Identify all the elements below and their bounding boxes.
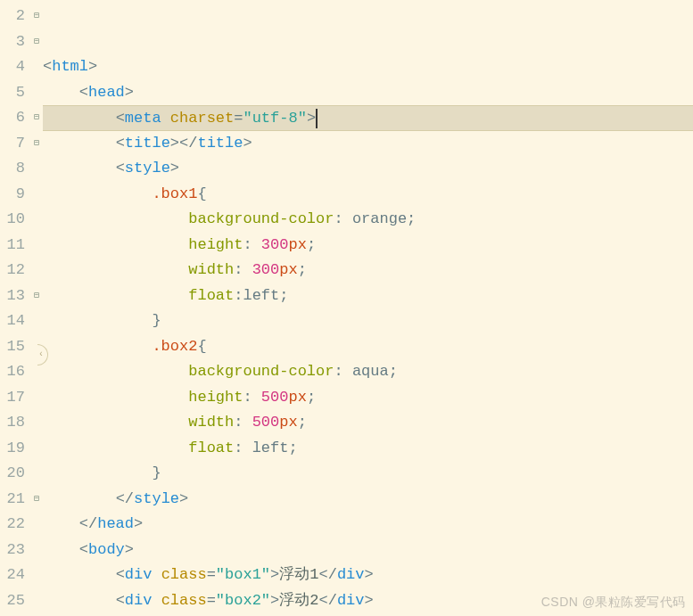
- code-area[interactable]: ‹ <html> <head> <meta charset="utf-8"> <…: [43, 0, 693, 616]
- line-number: 5: [0, 80, 25, 106]
- fold-toggle-icon[interactable]: ⊟: [30, 487, 43, 513]
- fold-toggle-icon[interactable]: ⊟: [30, 4, 43, 29]
- text-caret: [316, 109, 318, 128]
- code-line[interactable]: </head>: [43, 512, 693, 538]
- code-editor[interactable]: 2345678910111213141516171819202122232425…: [0, 0, 693, 616]
- code-line[interactable]: float: left;: [43, 436, 693, 462]
- line-number: 19: [0, 436, 25, 462]
- code-line[interactable]: <style>: [43, 156, 693, 182]
- code-line[interactable]: <title></title>: [43, 131, 693, 157]
- code-line[interactable]: }: [43, 308, 693, 334]
- code-line[interactable]: height: 300px;: [43, 233, 693, 259]
- code-line[interactable]: </style>: [43, 487, 693, 513]
- fold-toggle-icon[interactable]: ⊟: [30, 29, 43, 55]
- line-number: 25: [0, 588, 25, 614]
- line-number: 3: [0, 29, 25, 55]
- line-number: 12: [0, 258, 25, 283]
- code-line[interactable]: height: 500px;: [43, 385, 693, 411]
- line-number: 18: [0, 410, 25, 436]
- code-line[interactable]: width: 300px;: [43, 258, 693, 283]
- line-number: 21: [0, 487, 25, 513]
- line-number: 24: [0, 563, 25, 588]
- code-line[interactable]: <head>: [43, 80, 693, 106]
- line-number: 15: [0, 334, 25, 360]
- fold-toggle-icon[interactable]: ⊟: [30, 283, 43, 309]
- code-line[interactable]: <body>: [43, 538, 693, 563]
- code-line[interactable]: <div class="box1">浮动1</div>: [43, 563, 693, 588]
- line-number: 14: [0, 308, 25, 334]
- watermark-text: CSDN @果粒陈爱写代码: [541, 595, 686, 611]
- line-number: 7: [0, 131, 25, 157]
- fold-toggle-icon[interactable]: ⊟: [30, 105, 43, 131]
- line-number: 2: [0, 4, 25, 29]
- line-number: 13: [0, 283, 25, 309]
- code-line[interactable]: }: [43, 461, 693, 487]
- code-line[interactable]: .box1{: [43, 182, 693, 208]
- code-line[interactable]: width: 500px;: [43, 410, 693, 436]
- code-line[interactable]: .box2{: [43, 334, 693, 360]
- line-number: 22: [0, 512, 25, 538]
- line-number: 16: [0, 359, 25, 385]
- code-line[interactable]: background-color: orange;: [43, 207, 693, 233]
- code-line[interactable]: background-color: aqua;: [43, 359, 693, 385]
- line-number: 23: [0, 538, 25, 563]
- line-number: 4: [0, 54, 25, 80]
- code-line[interactable]: <html>: [43, 54, 693, 80]
- code-line[interactable]: float:left;: [43, 283, 693, 309]
- line-number: 10: [0, 207, 25, 233]
- fold-gutter[interactable]: ⊟⊟⊟⊟⊟⊟: [30, 0, 43, 616]
- line-number: 17: [0, 385, 25, 411]
- line-number: 6: [0, 105, 25, 131]
- line-number: 11: [0, 233, 25, 259]
- line-number: 9: [0, 182, 25, 208]
- line-number: 8: [0, 156, 25, 182]
- line-number-gutter: 2345678910111213141516171819202122232425: [0, 0, 30, 616]
- line-number: 20: [0, 461, 25, 487]
- code-line[interactable]: <meta charset="utf-8">: [43, 105, 693, 131]
- fold-toggle-icon[interactable]: ⊟: [30, 131, 43, 157]
